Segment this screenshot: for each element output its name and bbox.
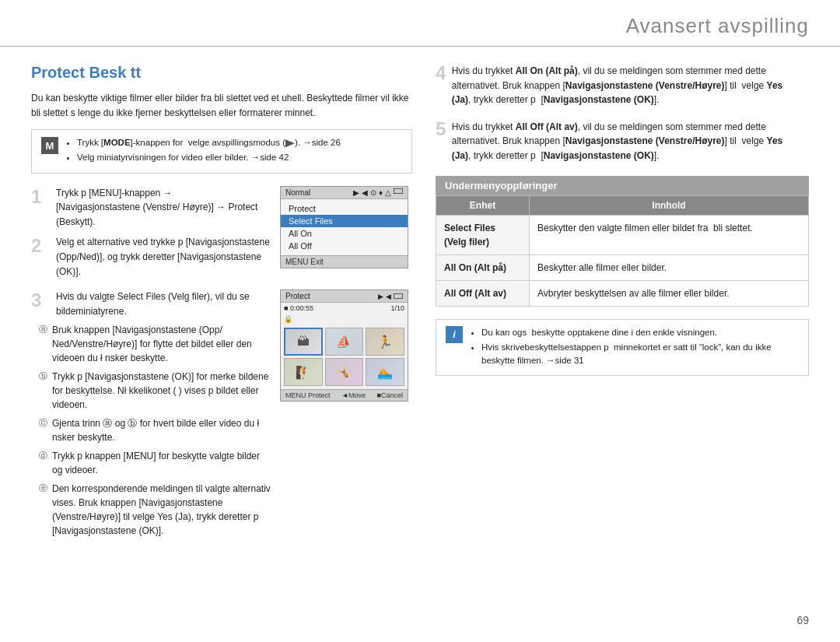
thumb-footer-cancel: ■Cancel <box>377 391 403 399</box>
note-icon: M <box>41 137 58 154</box>
step-3-text: 3 Hvis du valgte Select Files (Velg file… <box>31 289 272 542</box>
sub-step-d: ⓓ Trykk p knappen [MENU] for beskytte va… <box>39 449 272 477</box>
table-row-2: All On (Alt på) Beskytter alle filmer el… <box>436 254 809 280</box>
step-3-number: 3 <box>31 289 53 318</box>
thumb-header: Protect ▶ ◀ <box>281 290 408 303</box>
thumb-protect-label: 🔒 <box>281 314 408 325</box>
row-2-enhet: All On (Alt på) <box>436 254 530 280</box>
note-content: Trykk [MODE]-knappen for velge avspillin… <box>66 136 341 167</box>
step-3: 3 Hvis du valgte Select Files (Velg file… <box>31 289 412 542</box>
row-1-innhold: Beskytter den valgte filmen eller bildet… <box>530 215 809 254</box>
cam-menu-footer: MENU Exit <box>281 255 408 268</box>
thumb-4: 🧗 <box>284 358 323 386</box>
sub-step-b-label: ⓑ <box>39 370 47 412</box>
sub-step-b: ⓑ Trykk p [Navigasjonstastene (OK)] for … <box>39 370 272 412</box>
right-note-2: Hvis skrivebeskyttelsestappen p minnekor… <box>481 341 799 368</box>
thumb-time-bar: ■ 0:00:55 1/10 <box>281 303 408 314</box>
cam-icons: ▶ ◀ ⊙ ♦ △ <box>353 188 403 197</box>
page-number: 69 <box>796 614 809 626</box>
right-column: 4 Hvis du trykket All On (Alt på), vil d… <box>436 47 809 553</box>
thumb-header-title: Protect <box>285 292 310 300</box>
step-1-number: 1 <box>31 186 53 230</box>
step-5-number: 5 <box>436 120 446 139</box>
right-note-content: Du kan ogs beskytte opptakene dine i den… <box>471 326 799 370</box>
thumb-3: 🏃 <box>366 328 404 356</box>
section-heading: Protect Besk tt <box>31 64 412 82</box>
sub-step-a: ⓐ Bruk knappen [Navigasjonstastene (Opp/… <box>39 323 272 365</box>
battery-icon <box>394 188 403 194</box>
cam-header-mode: Normal <box>285 188 310 197</box>
sub-step-c-label: ⓒ <box>39 416 47 444</box>
cam-menu-protect: Protect <box>281 202 408 215</box>
step-2-number: 2 <box>31 235 53 279</box>
step-1-text: 1 Trykk p [MENU]-knappen → [Navigasjonst… <box>31 186 272 279</box>
cam-menu-body: Protect Select Files All On All Off <box>281 199 408 255</box>
thumb-1: 🏔 <box>284 328 323 356</box>
step-5: 5 Hvis du trykket All Off (Alt av), vil … <box>436 120 809 163</box>
thumb-footer-protect: MENU Protect <box>285 391 331 399</box>
note-bullet-2: Velg miniatyrvisningen for video eller b… <box>77 151 341 164</box>
battery-icon-2 <box>394 293 403 299</box>
thumb-grid-ui: Protect ▶ ◀ ■ 0:00:55 1/10 🔒 <box>280 289 408 402</box>
step-1-content: Trykk p [MENU]-knappen → [Navigasjonstas… <box>56 186 272 230</box>
step-4-text: Hvis du trykket All On (Alt på), vil du … <box>452 64 800 107</box>
intro-text: Du kan beskytte viktige filmer eller bil… <box>31 91 412 120</box>
thumb-2: ⛵ <box>325 328 364 356</box>
step-2-content: Velg et alternative ved trykke p [Naviga… <box>56 235 272 279</box>
right-note-1: Du kan ogs beskytte opptakene dine i den… <box>481 326 799 339</box>
cam-menu-all-on: All On <box>281 227 408 240</box>
sub-step-a-label: ⓐ <box>39 323 47 365</box>
col-innhold: Innhold <box>530 195 809 215</box>
step-1: 1 Trykk p [MENU]-knappen → [Navigasjonst… <box>31 186 412 279</box>
col-enhet: Enhet <box>436 195 530 215</box>
sub-steps: ⓐ Bruk knappen [Navigasjonstastene (Opp/… <box>31 323 272 538</box>
page-header: Avansert avspilling <box>0 0 840 47</box>
thumb-count: 1/10 <box>390 304 404 312</box>
right-note-icon: i <box>446 326 463 343</box>
thumb-5: 🤸 <box>325 358 364 386</box>
step-5-text: Hvis du trykket All Off (Alt av), vil du… <box>452 120 800 163</box>
sub-step-e: ⓔ Den korresponderende meldingen til val… <box>39 482 272 538</box>
row-3-enhet: All Off (Alt av) <box>436 280 530 306</box>
table-row-3: All Off (Alt av) Avbryter beskyttelsen a… <box>436 280 809 306</box>
thumb-6: 🏊 <box>366 358 404 386</box>
page-title: Avansert avspilling <box>626 14 809 37</box>
note-box: M Trykk [MODE]-knappen for velge avspill… <box>31 129 412 174</box>
sub-step-e-label: ⓔ <box>39 482 47 538</box>
thumb-grid-body: 🏔 ⛵ 🏃 🧗 🤸 <box>281 325 408 389</box>
camera-menu-ui: Normal ▶ ◀ ⊙ ♦ △ Protect Select Files <box>280 186 408 268</box>
submenu-heading: Undermenyoppføringer <box>436 176 809 195</box>
cam-footer-exit: MENU Exit <box>285 258 324 266</box>
cam-menu-select-files: Select Files <box>281 215 408 227</box>
step-3-image: Protect ▶ ◀ ■ 0:00:55 1/10 🔒 <box>280 289 412 542</box>
row-3-innhold: Avbryter beskyttelsen av alle filmer ell… <box>530 280 809 306</box>
sub-step-c: ⓒ Gjenta trinn ⓐ og ⓑ for hvert bilde el… <box>39 416 272 444</box>
left-column: Protect Besk tt Du kan beskytte viktige … <box>31 47 412 553</box>
row-2-innhold: Beskytter alle filmer eller bilder. <box>530 254 809 280</box>
main-content: Protect Besk tt Du kan beskytte viktige … <box>0 47 840 553</box>
thumb-footer: MENU Protect ◄Move ■Cancel <box>281 389 408 401</box>
row-1-enhet: Select Files(Velg filer) <box>436 215 530 254</box>
right-note-box: i Du kan ogs beskytte opptakene dine i d… <box>436 319 809 377</box>
step-4: 4 Hvis du trykket All On (Alt på), vil d… <box>436 64 809 107</box>
note-bullet-1: Trykk [MODE]-knappen for velge avspillin… <box>77 136 341 149</box>
step-3-intro: Hvis du valgte Select Files (Velg filer)… <box>56 289 272 318</box>
thumb-header-icons: ▶ ◀ <box>378 293 403 300</box>
cam-menu-header: Normal ▶ ◀ ⊙ ♦ △ <box>281 187 408 199</box>
thumb-time: ■ 0:00:55 <box>284 304 313 312</box>
cam-menu-all-off: All Off <box>281 240 408 252</box>
step-1-image: Normal ▶ ◀ ⊙ ♦ △ Protect Select Files <box>280 186 412 279</box>
info-table: Enhet Innhold Select Files(Velg filer) B… <box>436 195 809 307</box>
sub-step-d-label: ⓓ <box>39 449 47 477</box>
table-row-1: Select Files(Velg filer) Beskytter den v… <box>436 215 809 254</box>
thumb-footer-move: ◄Move <box>341 391 366 399</box>
step-4-number: 4 <box>436 64 446 82</box>
